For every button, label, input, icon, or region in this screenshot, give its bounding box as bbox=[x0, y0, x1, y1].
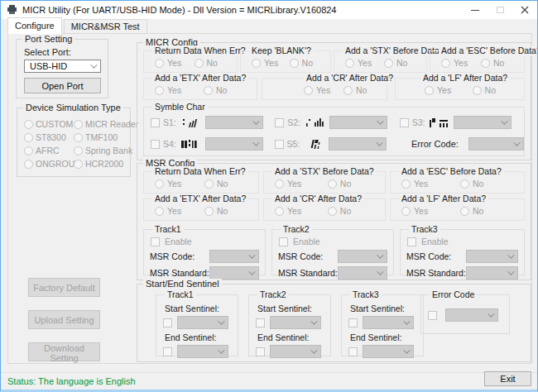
radio-spring-bank[interactable]: Spring Bank bbox=[74, 146, 132, 155]
sentinel-track1-title: Track1 bbox=[165, 289, 196, 300]
track2-start-sentinel-checkbox[interactable] bbox=[256, 318, 265, 327]
track1-end-sentinel-checkbox[interactable] bbox=[163, 347, 172, 356]
micr-symbol-s2-icon bbox=[304, 117, 326, 128]
radio-icon bbox=[24, 133, 33, 142]
msr-stx-no-radio[interactable]: No bbox=[328, 179, 381, 189]
chevron-down-icon bbox=[376, 139, 382, 146]
track1-end-sentinel-select[interactable] bbox=[177, 345, 228, 358]
msr-stx-yes-radio[interactable]: Yes bbox=[275, 179, 328, 189]
radio-ongroup[interactable]: ONGROUP bbox=[24, 159, 74, 169]
sentinel-error-code-select[interactable] bbox=[445, 308, 498, 322]
track2-start-sentinel-select[interactable] bbox=[270, 316, 321, 329]
chevron-down-icon bbox=[248, 251, 255, 258]
s1-label: S1: bbox=[163, 117, 176, 127]
factory-default-button[interactable]: Factory Default bbox=[28, 278, 100, 297]
radio-tmf100[interactable]: TMF100 bbox=[74, 132, 132, 142]
track3-end-sentinel-select[interactable] bbox=[363, 345, 414, 358]
s1-checkbox[interactable] bbox=[151, 118, 160, 127]
device-simulation-title: Device Simulation Type bbox=[23, 103, 123, 113]
micr-etx-no-radio[interactable]: No bbox=[204, 85, 252, 95]
radio-icon bbox=[384, 59, 393, 68]
download-setting-button[interactable]: Download Setting bbox=[28, 342, 100, 361]
track2-end-sentinel-checkbox[interactable] bbox=[256, 347, 265, 356]
micr-err-no-radio[interactable]: No bbox=[195, 58, 234, 68]
exit-button[interactable]: Exit bbox=[484, 371, 531, 386]
msr-lf-yes-radio[interactable]: Yes bbox=[401, 206, 460, 216]
s2-symbol-select[interactable] bbox=[329, 116, 387, 129]
radio-afrc[interactable]: AFRC bbox=[24, 146, 74, 155]
msr-esc-no-radio[interactable]: No bbox=[460, 179, 519, 189]
track1-enable-checkbox[interactable] bbox=[151, 237, 160, 246]
s5-symbol-select[interactable] bbox=[329, 137, 387, 151]
track3-msr-standard-select[interactable] bbox=[466, 266, 518, 280]
sentinel-track1-group: Track1 Start Sentinel: End Sentinel: bbox=[156, 294, 238, 356]
chevron-down-icon bbox=[252, 117, 259, 124]
s2-checkbox[interactable] bbox=[275, 118, 284, 127]
msr-cr-yes-radio[interactable]: Yes bbox=[275, 206, 328, 216]
radio-icon bbox=[460, 207, 469, 216]
track1-msr-standard-select[interactable] bbox=[209, 266, 259, 280]
msr-config-group: MSR Config Return Data When Err? Yes No … bbox=[137, 163, 531, 280]
micr-blank-yes-radio[interactable]: Yes bbox=[252, 58, 290, 68]
select-port-dropdown[interactable]: USB-HID bbox=[24, 60, 101, 73]
s1-symbol-select[interactable] bbox=[205, 116, 263, 129]
micr-cr-box: Add a 'CR' After Data? Yes No bbox=[262, 78, 387, 100]
msr-err-yes-radio[interactable]: Yes bbox=[155, 179, 204, 189]
track1-start-sentinel-select[interactable] bbox=[177, 316, 228, 329]
maximize-button[interactable] bbox=[488, 1, 512, 19]
track2-msr-standard-select[interactable] bbox=[338, 266, 387, 280]
micr-cr-no-radio[interactable]: No bbox=[343, 85, 383, 95]
msr-etx-yes-radio[interactable]: Yes bbox=[155, 206, 204, 216]
s4-symbol-select[interactable] bbox=[205, 137, 263, 151]
msr-cr-no-radio[interactable]: No bbox=[328, 206, 381, 216]
micr-stx-no-radio[interactable]: No bbox=[384, 58, 423, 68]
track3-end-sentinel-checkbox[interactable] bbox=[348, 347, 358, 356]
symble-char-title: Symble Char bbox=[152, 102, 208, 112]
micr-lf-yes-radio[interactable]: Yes bbox=[425, 85, 473, 95]
close-button[interactable] bbox=[512, 1, 537, 19]
sentinel-error-code-checkbox[interactable] bbox=[428, 311, 437, 320]
track3-start-sentinel-checkbox[interactable] bbox=[348, 318, 358, 327]
track2-msr-code-select[interactable] bbox=[338, 250, 387, 263]
track1-start-sentinel-checkbox[interactable] bbox=[163, 318, 172, 327]
tab-micr-msr-test[interactable]: MICR&MSR Test bbox=[64, 19, 147, 34]
track3-msr-code-select[interactable] bbox=[466, 250, 518, 263]
micr-err-yes-radio[interactable]: Yes bbox=[155, 58, 195, 68]
sentinel-error-code-group: Error Code bbox=[420, 294, 510, 334]
track2-end-sentinel-select[interactable] bbox=[270, 345, 321, 358]
tab-configure[interactable]: Configure bbox=[7, 17, 62, 34]
micr-cr-yes-radio[interactable]: Yes bbox=[304, 85, 343, 95]
tab-strip: Configure MICR&MSR Test bbox=[7, 20, 147, 34]
msr-lf-no-radio[interactable]: No bbox=[460, 206, 519, 216]
msr-esc-yes-radio[interactable]: Yes bbox=[401, 179, 460, 189]
track3-start-sentinel-select[interactable] bbox=[363, 316, 414, 329]
s3-checkbox[interactable] bbox=[400, 118, 409, 127]
open-port-button[interactable]: Open Port bbox=[24, 78, 101, 93]
micr-etx-yes-radio[interactable]: Yes bbox=[155, 85, 204, 95]
micr-esc-no-radio[interactable]: No bbox=[481, 58, 521, 68]
minimize-button[interactable] bbox=[463, 1, 488, 19]
radio-st8300[interactable]: ST8300 bbox=[24, 132, 74, 142]
question-label: Add a 'ETX' After Data? bbox=[152, 73, 248, 84]
track3-enable-checkbox[interactable] bbox=[407, 237, 416, 246]
radio-micr-reader[interactable]: MICR Reader bbox=[74, 119, 132, 129]
s4-checkbox[interactable] bbox=[151, 140, 160, 149]
micr-lf-no-radio[interactable]: No bbox=[473, 85, 521, 95]
micr-stx-yes-radio[interactable]: Yes bbox=[345, 58, 384, 68]
micr-esc-yes-radio[interactable]: Yes bbox=[441, 58, 481, 68]
msr-return-err-box: Return Data When Err? Yes No bbox=[143, 171, 259, 194]
msr-err-no-radio[interactable]: No bbox=[204, 179, 254, 189]
micr-blank-no-radio[interactable]: No bbox=[290, 58, 328, 68]
upload-setting-button[interactable]: Upload Setting bbox=[28, 310, 100, 329]
track2-enable-checkbox[interactable] bbox=[279, 237, 288, 246]
track1-msr-code-select[interactable] bbox=[209, 250, 259, 263]
msr-track2-title: Track2 bbox=[281, 224, 312, 235]
s3-symbol-select[interactable] bbox=[454, 116, 512, 129]
s5-checkbox[interactable] bbox=[275, 140, 284, 149]
radio-hcr2000[interactable]: HCR2000 bbox=[74, 159, 132, 169]
micr-error-code-select[interactable] bbox=[468, 137, 524, 151]
msr-stx-box: Add a 'STX' Before Data? Yes No bbox=[263, 171, 386, 194]
msr-etx-no-radio[interactable]: No bbox=[204, 206, 254, 216]
radio-custom[interactable]: CUSTOM bbox=[24, 119, 74, 129]
radio-icon bbox=[441, 59, 450, 68]
